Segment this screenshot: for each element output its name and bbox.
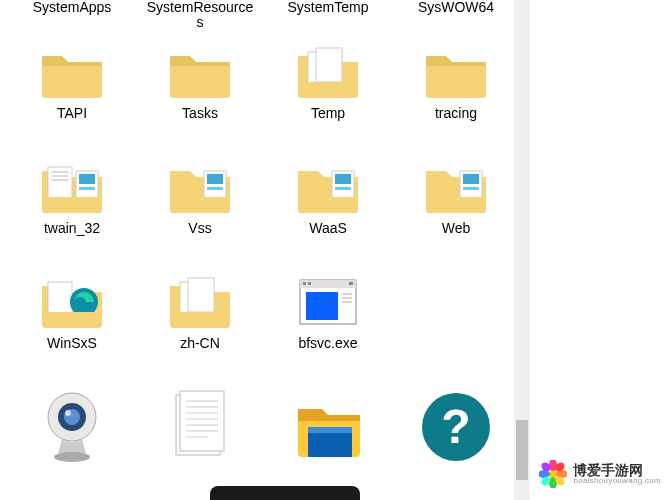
folder-docs-icon — [292, 42, 364, 102]
folder-icon — [36, 42, 108, 102]
svg-rect-26 — [349, 282, 353, 285]
folder-preview-icon — [420, 157, 492, 217]
folder-preview-icon — [36, 157, 108, 217]
folder-systemapps[interactable]: SystemApps — [8, 0, 136, 36]
file-label: bfsvc.exe — [298, 336, 357, 351]
folder-label: WaaS — [309, 221, 347, 236]
folder-label: SystemResources — [145, 0, 255, 29]
svg-rect-17 — [463, 187, 479, 190]
folder-label: Web — [442, 221, 471, 236]
svg-point-34 — [65, 410, 71, 416]
folder-web[interactable]: Web — [392, 151, 520, 266]
svg-rect-18 — [48, 282, 72, 314]
folder-label: tracing — [435, 106, 477, 121]
folder-tracing[interactable]: tracing — [392, 36, 520, 151]
watermark: 博爱手游网 boaishouyouwang.com — [539, 460, 661, 488]
folder-waas[interactable]: WaaS — [264, 151, 392, 266]
folder-edge-icon — [36, 272, 108, 332]
svg-rect-37 — [180, 391, 224, 451]
svg-rect-8 — [79, 187, 95, 190]
flower-logo-icon — [539, 460, 567, 488]
svg-rect-27 — [306, 292, 338, 320]
folder-icon — [420, 42, 492, 102]
folder-systemresources[interactable]: SystemResources — [136, 0, 264, 36]
svg-rect-24 — [303, 282, 306, 285]
file-explorer-app[interactable] — [264, 381, 392, 481]
svg-rect-46 — [308, 427, 352, 433]
item-grid: SystemApps SystemResources SystemTemp Sy… — [0, 0, 530, 481]
folder-icon — [164, 42, 236, 102]
svg-rect-1 — [316, 48, 342, 82]
folder-label: twain_32 — [44, 221, 100, 236]
folder-label: SystemApps — [33, 0, 112, 15]
svg-point-49 — [549, 470, 557, 478]
svg-rect-7 — [79, 174, 95, 184]
scrollbar[interactable] — [514, 0, 530, 500]
exe-window-icon — [292, 272, 364, 332]
folder-label: SystemTemp — [288, 0, 369, 15]
folder-tasks[interactable]: Tasks — [136, 36, 264, 151]
folder-label: Tasks — [182, 106, 218, 121]
folder-label: zh-CN — [180, 336, 220, 351]
folder-label: Vss — [188, 221, 211, 236]
watermark-url: boaishouyouwang.com — [573, 477, 661, 485]
folder-docs-icon — [164, 272, 236, 332]
folder-tapi[interactable]: TAPI — [8, 36, 136, 151]
folder-winsxs[interactable]: WinSxS — [8, 266, 136, 381]
svg-text:?: ? — [441, 400, 470, 453]
folder-label: Temp — [311, 106, 345, 121]
folder-temp[interactable]: Temp — [264, 36, 392, 151]
folder-preview-icon — [164, 157, 236, 217]
folder-preview-icon — [292, 157, 364, 217]
svg-rect-13 — [335, 174, 351, 184]
svg-rect-14 — [335, 187, 351, 190]
svg-rect-10 — [207, 174, 223, 184]
taskbar-fragment — [210, 486, 360, 500]
file-explorer-pane: SystemApps SystemResources SystemTemp Sy… — [0, 0, 530, 500]
folder-zhcn[interactable]: zh-CN — [136, 266, 264, 381]
file-help[interactable]: ? — [392, 381, 520, 481]
folder-label: SysWOW64 — [418, 0, 494, 15]
empty-slot — [392, 266, 520, 381]
folder-vss[interactable]: Vss — [136, 151, 264, 266]
watermark-text: 博爱手游网 boaishouyouwang.com — [573, 463, 661, 485]
svg-rect-25 — [308, 282, 311, 285]
file-explorer-icon — [286, 387, 370, 467]
file-bfsvc[interactable]: bfsvc.exe — [264, 266, 392, 381]
folder-twain32[interactable]: twain_32 — [8, 151, 136, 266]
svg-rect-11 — [207, 187, 223, 190]
webcam-icon — [30, 387, 114, 467]
folder-label: TAPI — [57, 106, 87, 121]
file-textdoc[interactable] — [136, 381, 264, 481]
document-icon — [158, 387, 242, 467]
folder-systemtemp[interactable]: SystemTemp — [264, 0, 392, 36]
help-icon: ? — [414, 387, 498, 467]
folder-label: WinSxS — [47, 336, 97, 351]
watermark-title: 博爱手游网 — [573, 463, 661, 477]
file-camera[interactable] — [8, 381, 136, 481]
scrollbar-thumb[interactable] — [516, 420, 528, 480]
folder-syswow64[interactable]: SysWOW64 — [392, 0, 520, 36]
svg-point-35 — [54, 452, 90, 462]
svg-rect-21 — [188, 278, 214, 312]
svg-rect-16 — [463, 174, 479, 184]
